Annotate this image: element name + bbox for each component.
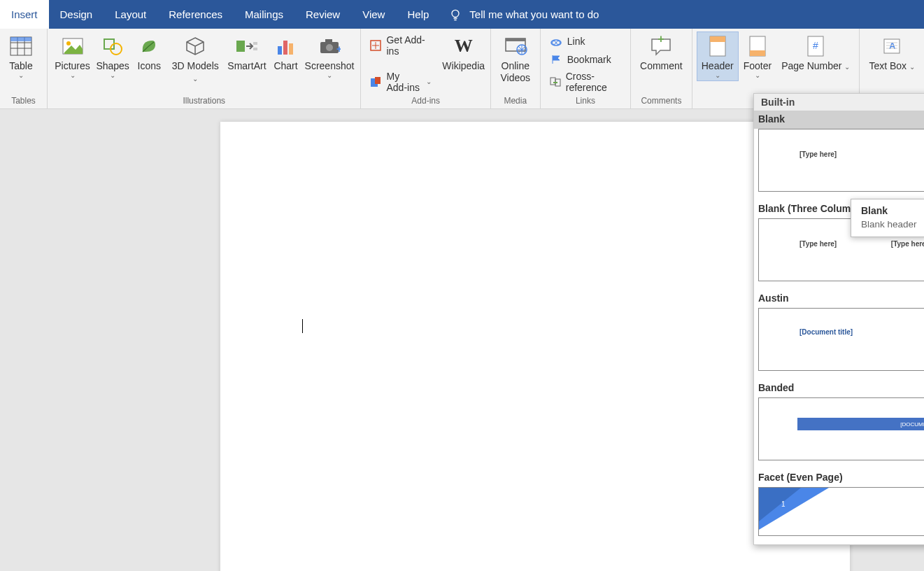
leaf-icon	[138, 34, 159, 59]
svg-rect-32	[550, 78, 555, 85]
svg-rect-38	[750, 50, 765, 56]
ribbon-tabs: Insert Design Layout References Mailings…	[0, 0, 924, 29]
gallery-item-austin[interactable]: Austin	[754, 290, 924, 308]
svg-point-31	[556, 41, 560, 45]
tab-review[interactable]: Review	[294, 0, 351, 29]
gallery-preview-blank[interactable]: [Type here]	[758, 129, 924, 192]
tab-design[interactable]: Design	[49, 0, 104, 29]
bookmark-button[interactable]: Bookmark	[545, 51, 626, 68]
textbox-icon: A	[882, 34, 902, 59]
group-comments: + Comment Comments	[631, 29, 692, 108]
shapes-button[interactable]: Shapes ⌄	[93, 31, 132, 81]
3d-models-button[interactable]: 3D Models ⌄	[166, 31, 225, 86]
tab-insert[interactable]: Insert	[0, 0, 49, 29]
svg-text:+: +	[658, 36, 664, 45]
chevron-down-icon: ⌄	[110, 72, 115, 79]
svg-rect-15	[283, 41, 287, 55]
svg-rect-19	[325, 39, 332, 43]
online-videos-button[interactable]: Online Videos	[495, 31, 536, 86]
wikipedia-button[interactable]: W Wikipedia	[441, 31, 486, 74]
svg-text:+: +	[336, 43, 341, 55]
group-illustrations: Pictures ⌄ Shapes ⌄ Icons 3D Mo	[48, 29, 361, 108]
text-cursor	[302, 319, 303, 333]
footer-button[interactable]: Footer ⌄	[739, 31, 776, 81]
chart-button[interactable]: Chart	[269, 31, 302, 74]
svg-rect-14	[278, 46, 282, 55]
tab-references[interactable]: References	[157, 0, 234, 29]
cube-icon	[185, 34, 206, 59]
comment-button[interactable]: + Comment	[635, 31, 688, 74]
crossref-icon	[549, 75, 562, 89]
svg-point-0	[452, 10, 459, 17]
gallery-item-blank[interactable]: Blank	[754, 111, 924, 129]
gallery-item-facet-even[interactable]: Facet (Even Page)	[754, 469, 924, 487]
video-icon	[504, 34, 527, 59]
page-number-icon: #	[806, 34, 825, 59]
svg-rect-12	[253, 42, 257, 45]
svg-rect-6	[10, 37, 31, 41]
header-icon	[708, 34, 727, 59]
icons-button[interactable]: Icons	[132, 31, 166, 74]
comment-icon: +	[649, 34, 673, 59]
svg-rect-11	[236, 41, 245, 52]
link-icon	[549, 34, 563, 48]
gallery-preview-facet-even[interactable]: 1	[758, 487, 924, 536]
chart-icon	[275, 34, 296, 59]
svg-rect-27	[506, 38, 525, 41]
header-button[interactable]: Header ⌄	[697, 31, 739, 81]
chevron-down-icon: ⌄	[426, 78, 432, 85]
gallery-preview-austin[interactable]: [Document title]	[758, 308, 924, 371]
tab-mailings[interactable]: Mailings	[234, 0, 294, 29]
table-icon	[9, 34, 33, 59]
tell-me-search[interactable]: Tell me what you want to do	[440, 0, 607, 29]
tooltip-blank-header: Blank Blank header	[851, 199, 924, 237]
group-links: Link Bookmark Cross-reference Links	[541, 29, 631, 108]
footer-icon	[748, 34, 767, 59]
text-box-button[interactable]: A Text Box ⌄	[864, 31, 920, 74]
gallery-section-builtin: Built-in	[754, 94, 924, 111]
tab-help[interactable]: Help	[396, 0, 440, 29]
svg-rect-13	[253, 48, 257, 50]
addins-icon	[369, 75, 382, 89]
group-tables: Table ⌄ Tables	[0, 29, 48, 108]
cross-reference-button[interactable]: Cross-reference	[545, 69, 626, 94]
chevron-down-icon: ⌄	[18, 72, 24, 79]
chevron-down-icon: ⌄	[755, 72, 760, 79]
svg-rect-16	[289, 43, 293, 55]
chevron-down-icon: ⌄	[70, 72, 76, 79]
picture-icon	[62, 34, 84, 59]
smartart-icon	[235, 34, 259, 59]
my-addins-button[interactable]: My Add-ins ⌄	[365, 69, 435, 94]
svg-point-30	[552, 41, 555, 45]
table-button[interactable]: Table ⌄	[4, 31, 38, 81]
svg-rect-36	[710, 36, 725, 42]
group-addins: Get Add-ins My Add-ins ⌄ W Wikipedia Add…	[361, 29, 490, 108]
get-addins-button[interactable]: Get Add-ins	[365, 33, 435, 58]
gallery-item-banded[interactable]: Banded	[754, 379, 924, 397]
facet-triangle-icon	[759, 488, 836, 536]
gallery-preview-banded[interactable]: [DOCUME	[758, 397, 924, 460]
shapes-icon	[102, 34, 123, 59]
chevron-down-icon: ⌄	[715, 72, 720, 79]
link-button[interactable]: Link	[545, 33, 626, 50]
bookmark-flag-icon	[549, 52, 563, 66]
store-icon	[369, 38, 382, 52]
lightbulb-icon	[448, 8, 462, 22]
svg-point-18	[326, 44, 333, 51]
svg-point-8	[66, 41, 71, 45]
page-number-button[interactable]: # Page Number ⌄	[776, 31, 855, 74]
camera-icon: +	[318, 34, 341, 59]
pictures-button[interactable]: Pictures ⌄	[52, 31, 93, 81]
wikipedia-icon: W	[455, 34, 473, 59]
tell-me-label: Tell me what you want to do	[469, 8, 599, 20]
tab-layout[interactable]: Layout	[104, 0, 157, 29]
tab-view[interactable]: View	[351, 0, 396, 29]
svg-rect-25	[375, 77, 381, 84]
svg-text:#: #	[813, 40, 818, 51]
group-media: Online Videos Media	[491, 29, 541, 108]
header-gallery-dropdown: Built-in Blank [Type here] Blank (Three …	[753, 93, 924, 545]
chevron-down-icon: ⌄	[327, 72, 332, 79]
smartart-button[interactable]: SmartArt	[225, 31, 269, 74]
screenshot-button[interactable]: + Screenshot ⌄	[302, 31, 356, 81]
